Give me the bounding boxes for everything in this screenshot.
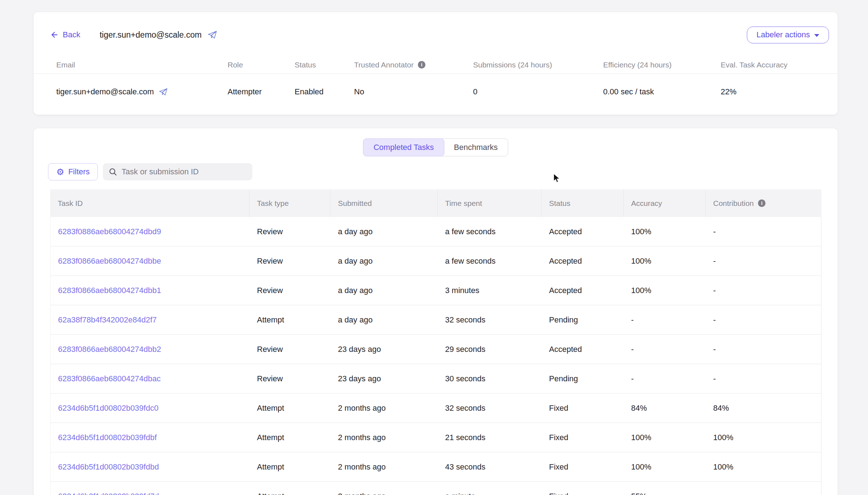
task-cell-time-spent: 21 seconds (438, 433, 542, 442)
labeler-cell-eval-task-accuracy: 22% (721, 87, 829, 96)
column-label: Task ID (58, 199, 83, 208)
task-cell-time-spent: a minute (438, 492, 542, 495)
column-label: Status (549, 199, 571, 208)
table-row: 6234d6b5f1d00802b039fdbdAttempt2 months … (51, 452, 821, 482)
cell-value: 0.00 sec / task (603, 87, 654, 96)
gear-icon: ⚙ (56, 168, 64, 176)
table-row: 6234d6b5f1d00802b039fdbfAttempt2 months … (51, 423, 821, 452)
task-id-link[interactable]: 6283f0886aeb68004274dbd9 (51, 227, 249, 236)
task-cell-contribution: 100% (706, 433, 821, 442)
tabs-container: Completed Tasks Benchmarks (34, 138, 838, 156)
column-header-time-spent: Time spent (437, 189, 541, 217)
labeler-cell-role: Attempter (228, 87, 295, 96)
filters-label: Filters (68, 167, 90, 176)
column-label: Email (56, 61, 75, 69)
task-id-link[interactable]: 6234d6b5f1d00802b039fdbf (51, 433, 249, 442)
task-cell-accuracy: - (624, 315, 706, 325)
task-cell-submitted: a day ago (330, 227, 438, 236)
task-cell-status: Fixed (542, 492, 624, 495)
column-label: Eval. Task Accuracy (721, 61, 787, 69)
task-cell-task-type: Review (249, 227, 330, 236)
labeler-summary-card: Back tiger.sun+demo@scale.com Labeler ac… (34, 12, 838, 115)
table-row: 6283f0866aeb68004274dbb1Reviewa day ago3… (51, 276, 821, 305)
task-cell-submitted: a day ago (330, 286, 438, 295)
toolbar: ⚙ Filters (48, 163, 838, 180)
cell-value: No (354, 87, 364, 96)
column-header-accuracy: Accuracy (623, 189, 705, 217)
task-id-link[interactable]: 6283f0866aeb68004274dbb1 (51, 286, 249, 295)
tab-completed-tasks[interactable]: Completed Tasks (363, 138, 444, 156)
table-row: 6234d6b5f1d00802b039fdc0Attempt2 months … (51, 393, 821, 423)
task-cell-submitted: a day ago (330, 256, 438, 266)
cell-value: Enabled (295, 87, 324, 96)
task-cell-task-type: Attempt (249, 492, 330, 495)
task-cell-task-type: Review (249, 286, 330, 295)
search-icon (109, 168, 117, 176)
task-cell-status: Fixed (542, 462, 624, 472)
column-header-submitted: Submitted (330, 189, 437, 217)
column-label: Contribution (713, 199, 754, 208)
cell-value: 0 (473, 87, 477, 96)
task-cell-contribution: - (706, 286, 821, 295)
task-cell-time-spent: a few seconds (438, 256, 542, 266)
task-cell-status: Accepted (542, 286, 624, 295)
paper-plane-icon[interactable] (208, 30, 217, 40)
task-cell-status: Accepted (542, 256, 624, 266)
task-cell-time-spent: 43 seconds (438, 462, 542, 472)
task-cell-contribution: - (706, 256, 821, 266)
filters-button[interactable]: ⚙ Filters (48, 163, 98, 180)
task-cell-accuracy: 100% (624, 462, 706, 472)
task-cell-task-type: Review (249, 256, 330, 266)
info-icon[interactable]: i (758, 199, 766, 207)
column-label: Role (228, 61, 243, 69)
task-id-link[interactable]: 6283f0866aeb68004274dbbe (51, 256, 249, 266)
labeler-cell-efficiency-24-hours: 0.00 sec / task (603, 87, 721, 96)
task-cell-status: Pending (542, 315, 624, 325)
task-cell-time-spent: 29 seconds (438, 345, 542, 354)
task-cell-contribution: 84% (706, 404, 821, 413)
task-cell-accuracy: 100% (624, 433, 706, 442)
back-button[interactable]: Back (50, 30, 80, 39)
column-header-submissions-24-hours: Submissions (24 hours) (473, 61, 603, 69)
column-label: Submitted (338, 199, 372, 208)
task-cell-accuracy: 55% (624, 492, 706, 495)
search-input[interactable] (121, 167, 247, 176)
labeler-actions-button[interactable]: Labeler actions (747, 27, 829, 43)
table-row: 6283f0866aeb68004274dbb2Review23 days ag… (51, 335, 821, 364)
tabs: Completed Tasks Benchmarks (363, 138, 508, 156)
task-cell-contribution: - (706, 227, 821, 236)
task-cell-status: Fixed (542, 433, 624, 442)
task-cell-status: Accepted (542, 227, 624, 236)
task-id-link[interactable]: 6283f0866aeb68004274dbac (51, 374, 249, 383)
column-header-task-type: Task type (249, 189, 330, 217)
cell-value: Attempter (228, 87, 262, 96)
task-cell-task-type: Attempt (249, 433, 330, 442)
info-icon[interactable]: i (418, 61, 425, 69)
column-header-efficiency-24-hours: Efficiency (24 hours) (603, 61, 721, 69)
task-cell-time-spent: 3 minutes (438, 286, 542, 295)
search-box (103, 163, 252, 180)
chevron-down-icon (814, 34, 819, 37)
cell-value: tiger.sun+demo@scale.com (56, 87, 154, 96)
task-id-link[interactable]: 62a38f78b4f342002e84d2f7 (51, 315, 249, 325)
task-cell-accuracy: 84% (624, 404, 706, 413)
task-id-link[interactable]: 6234d6b5f1d00802b039fdc0 (51, 404, 249, 413)
back-label: Back (63, 30, 80, 39)
tab-benchmarks[interactable]: Benchmarks (444, 139, 508, 156)
column-label: Trusted Annotator (354, 61, 414, 69)
cell-value: 22% (721, 87, 736, 96)
task-id-link[interactable]: 6234d6b3f1d00802b039fd7d (51, 492, 249, 495)
task-id-link[interactable]: 6283f0866aeb68004274dbb2 (51, 345, 249, 354)
task-cell-status: Accepted (542, 345, 624, 354)
task-cell-contribution: - (706, 345, 821, 354)
title-row: Back tiger.sun+demo@scale.com Labeler ac… (34, 27, 838, 43)
column-label: Submissions (24 hours) (473, 61, 552, 69)
column-label: Time spent (445, 199, 482, 208)
column-header-trusted-annotator: Trusted Annotatori (354, 61, 473, 69)
column-header-status: Status (541, 189, 623, 217)
task-cell-submitted: 23 days ago (330, 374, 438, 383)
task-id-link[interactable]: 6234d6b5f1d00802b039fdbd (51, 462, 249, 472)
paper-plane-icon[interactable] (159, 88, 168, 96)
column-label: Accuracy (631, 199, 662, 208)
column-header-email: Email (56, 61, 228, 69)
